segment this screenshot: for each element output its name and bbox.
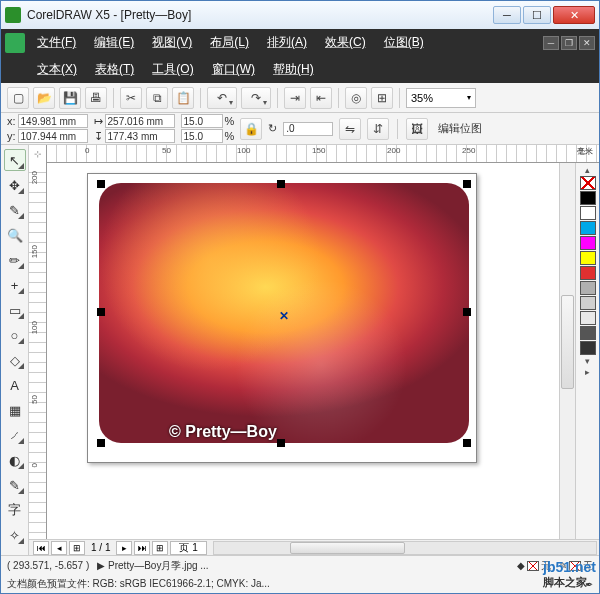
menu-help[interactable]: 帮助(H) <box>265 58 322 81</box>
ellipse-tool[interactable]: ○ <box>4 324 26 346</box>
resize-handle-ne[interactable] <box>463 180 471 188</box>
resize-handle-e[interactable] <box>463 308 471 316</box>
pick-tool[interactable]: ↖ <box>4 149 26 171</box>
open-button[interactable]: 📂 <box>33 87 55 109</box>
swatch[interactable] <box>580 266 596 280</box>
swatch[interactable] <box>580 341 596 355</box>
interactive-tool[interactable]: ✎ <box>4 474 26 496</box>
menu-layout[interactable]: 布局(L) <box>202 31 257 54</box>
menu-arrange[interactable]: 排列(A) <box>259 31 315 54</box>
resize-handle-n[interactable] <box>277 180 285 188</box>
menu-bitmap[interactable]: 位图(B) <box>376 31 432 54</box>
text-tool[interactable]: A <box>4 374 26 396</box>
menu-text[interactable]: 文本(X) <box>29 58 85 81</box>
export-button[interactable]: ⇤ <box>310 87 332 109</box>
width-field[interactable]: 257.016 mm <box>105 114 175 128</box>
page-first-button[interactable]: ⏮ <box>33 541 49 555</box>
swatch[interactable] <box>580 326 596 340</box>
x-field[interactable]: 149.981 mm <box>18 114 88 128</box>
polygon-tool[interactable]: ◇ <box>4 349 26 371</box>
page-prev-button[interactable]: ◂ <box>51 541 67 555</box>
swatch[interactable] <box>580 236 596 250</box>
connector-tool[interactable]: ◐ <box>4 449 26 471</box>
mdi-restore-button[interactable]: ❐ <box>561 36 577 50</box>
rectangle-tool[interactable]: ▭ <box>4 299 26 321</box>
dimension-tool[interactable]: ⟋ <box>4 424 26 446</box>
swatch[interactable] <box>580 221 596 235</box>
ruler-vertical[interactable]: 200 150 100 50 0 <box>29 163 47 539</box>
welcome-button[interactable]: ⊞ <box>371 87 393 109</box>
page-add-before-button[interactable]: ⊞ <box>69 541 85 555</box>
lock-ratio-button[interactable]: 🔒 <box>240 118 262 140</box>
zoom-tool[interactable]: 🔍 <box>4 224 26 246</box>
resize-handle-w[interactable] <box>97 308 105 316</box>
vscroll-thumb[interactable] <box>561 295 574 389</box>
fill-swatch[interactable] <box>527 561 539 571</box>
hscroll-thumb[interactable] <box>290 542 405 554</box>
swatch[interactable] <box>580 206 596 220</box>
page-next-button[interactable]: ▸ <box>116 541 132 555</box>
minimize-button[interactable]: ─ <box>493 6 521 24</box>
copy-button[interactable]: ⧉ <box>146 87 168 109</box>
table-tool[interactable]: ▦ <box>4 399 26 421</box>
swatch[interactable] <box>580 311 596 325</box>
selection-center-icon[interactable]: ✕ <box>279 309 289 323</box>
resize-handle-se[interactable] <box>463 439 471 447</box>
swatch[interactable] <box>580 251 596 265</box>
palette-scroll-up[interactable]: ▴ <box>580 165 596 175</box>
page-last-button[interactable]: ⏭ <box>134 541 150 555</box>
menu-edit[interactable]: 编辑(E) <box>86 31 142 54</box>
crop-tool[interactable]: ✎ <box>4 199 26 221</box>
menu-view[interactable]: 视图(V) <box>144 31 200 54</box>
page-tab[interactable]: 页 1 <box>170 541 206 555</box>
menu-table[interactable]: 表格(T) <box>87 58 142 81</box>
maximize-button[interactable]: ☐ <box>523 6 551 24</box>
drawing-canvas[interactable]: © Pretty—Boy ✕ <box>47 163 559 539</box>
scale-y-field[interactable]: 15.0 <box>181 129 223 143</box>
char-tool[interactable]: 字 <box>4 499 26 521</box>
mdi-minimize-button[interactable]: ─ <box>543 36 559 50</box>
vertical-scrollbar[interactable] <box>559 163 575 539</box>
freehand-tool[interactable]: ✏ <box>4 249 26 271</box>
menu-file[interactable]: 文件(F) <box>29 31 84 54</box>
zoom-select[interactable]: 35%▾ <box>406 88 476 108</box>
redo-button[interactable]: ↷ <box>241 87 271 109</box>
edit-bitmap-label[interactable]: 编辑位图 <box>434 119 486 138</box>
horizontal-scrollbar[interactable] <box>213 541 597 555</box>
swatch[interactable] <box>580 296 596 310</box>
y-field[interactable]: 107.944 mm <box>18 129 88 143</box>
resize-handle-nw[interactable] <box>97 180 105 188</box>
print-button[interactable]: 🖶 <box>85 87 107 109</box>
new-button[interactable]: ▢ <box>7 87 29 109</box>
import-button[interactable]: ⇥ <box>284 87 306 109</box>
menu-tools[interactable]: 工具(O) <box>144 58 201 81</box>
scale-x-field[interactable]: 15.0 <box>181 114 223 128</box>
ruler-horizontal[interactable]: ⊹ 0 50 100 150 200 250 毫米 <box>29 145 599 163</box>
undo-button[interactable]: ↶ <box>207 87 237 109</box>
swatch-none[interactable] <box>580 176 596 190</box>
eyedropper-tool[interactable]: ✧ <box>4 524 26 546</box>
resize-handle-s[interactable] <box>277 439 285 447</box>
mirror-v-button[interactable]: ⇵ <box>367 118 389 140</box>
menu-window[interactable]: 窗口(W) <box>204 58 263 81</box>
mirror-h-button[interactable]: ⇋ <box>339 118 361 140</box>
paste-button[interactable]: 📋 <box>172 87 194 109</box>
ruler-origin[interactable]: ⊹ <box>29 145 47 163</box>
appstart-button[interactable]: ◎ <box>345 87 367 109</box>
mdi-close-button[interactable]: ✕ <box>579 36 595 50</box>
height-field[interactable]: 177.43 mm <box>105 129 175 143</box>
close-button[interactable]: ✕ <box>553 6 595 24</box>
palette-flyout[interactable]: ▸ <box>580 367 596 377</box>
save-button[interactable]: 💾 <box>59 87 81 109</box>
palette-scroll-down[interactable]: ▾ <box>580 356 596 366</box>
shape-tool[interactable]: ✥ <box>4 174 26 196</box>
rotation-field[interactable]: .0 <box>283 122 333 136</box>
swatch[interactable] <box>580 281 596 295</box>
smart-tool[interactable]: + <box>4 274 26 296</box>
page-add-after-button[interactable]: ⊞ <box>152 541 168 555</box>
edit-bitmap-icon[interactable]: 🖼 <box>406 118 428 140</box>
resize-handle-sw[interactable] <box>97 439 105 447</box>
menu-effects[interactable]: 效果(C) <box>317 31 374 54</box>
cut-button[interactable]: ✂ <box>120 87 142 109</box>
swatch[interactable] <box>580 191 596 205</box>
